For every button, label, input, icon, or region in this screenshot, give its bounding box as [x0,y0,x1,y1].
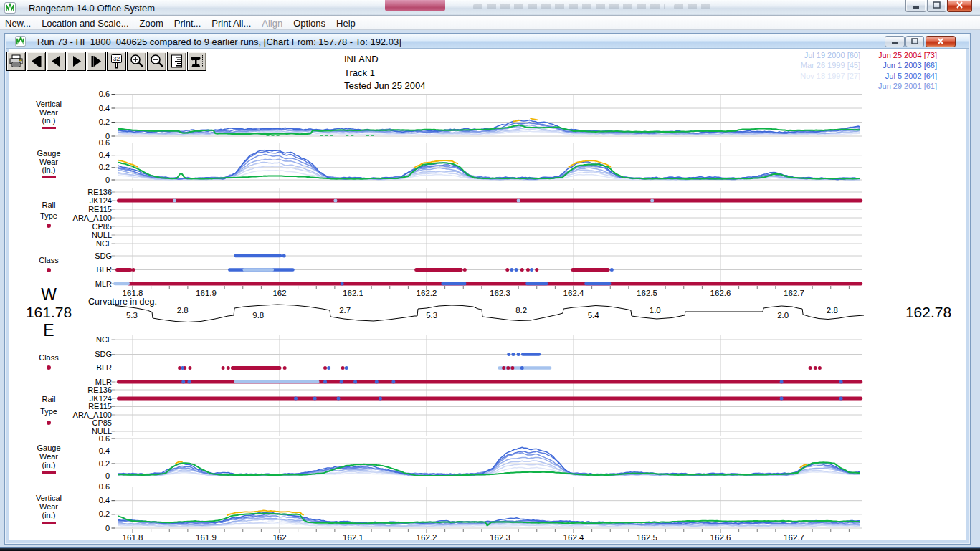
mark-lightblue-dot [517,199,520,203]
curvature-value: 1.0 [650,306,661,315]
curvature-axis-label: Curvature in deg. [88,297,157,307]
svg-text:162.1: 162.1 [343,289,363,297]
current-run-dash-marker [42,127,56,129]
end-milepost: 162.78 [893,304,964,321]
toolbar-jump-to-start-button[interactable] [27,52,46,71]
legend-recent-run-entry: Jul 5 2002 [64] [794,71,937,81]
mark-blue-dot [345,366,348,370]
mark-blue-dot [375,380,379,384]
east-rail-label: E [27,321,70,340]
svg-text:162: 162 [272,289,286,297]
svg-text:BLR: BLR [97,265,112,274]
header-location: INLAND [344,53,425,67]
mark-blue-dot [610,268,614,272]
toolbar-rail-profile-button[interactable] [187,52,206,71]
svg-text:162.7: 162.7 [784,289,804,297]
svg-text:162.6: 162.6 [710,533,731,542]
mark-blue-dot [181,380,185,384]
svg-text:162.4: 162.4 [563,289,584,297]
mark-blue-dot [313,397,317,401]
mark-blue-dot [294,397,298,401]
svg-text:0: 0 [105,524,110,532]
svg-text:0.4: 0.4 [99,496,110,504]
mark-crimson-dot [818,366,822,370]
legend-recent-run-entry: Jun 25 2004 [73] [794,50,937,60]
toolbar-jump-to-end-button[interactable] [87,52,106,71]
mark-crimson-dot [510,366,514,370]
legend-recent-run-entry: Jun 29 2001 [61] [794,81,937,91]
current-run-dash-marker [42,176,56,178]
mark-crimson-dot [502,366,505,370]
svg-text:161.8: 161.8 [123,533,143,542]
svg-text:162.6: 162.6 [710,289,731,297]
mark-blue-dot [839,380,843,384]
mark-blue-dot [517,353,520,356]
mark-blue-dot [379,397,382,401]
current-run-dot-marker [47,224,51,228]
toolbar-zoom-in-button[interactable] [127,52,146,71]
mark-blue-dot [353,380,357,384]
earlier-run-line [118,461,860,476]
category-block-w-class: SDGBLRMLR [95,251,862,288]
west-rail-label: W [27,285,70,305]
header-track: Track 1 [344,67,425,80]
toolbar-milepost-sign-button[interactable]: 32 [107,52,126,71]
svg-text:0: 0 [105,471,110,480]
toolbar-zoom-out-button[interactable] [147,52,166,71]
svg-text:SDG: SDG [95,350,112,358]
curvature-value: 2.8 [827,306,838,315]
legend-recent-run-entry: Jun 1 2003 [66] [794,60,937,70]
mark-blue-dot [323,380,327,384]
svg-text:162.1: 162.1 [343,533,363,542]
mark-lightblue-dot [173,199,176,203]
start-milepost: 161.78 [13,304,85,321]
svg-text:RE115: RE115 [88,402,112,411]
mark-crimson-dot [526,268,530,272]
svg-text:NULL: NULL [92,427,112,436]
svg-text:RE115: RE115 [88,205,112,214]
mark-blue-dot [515,268,518,272]
mark-lightblue-dot [333,199,337,203]
svg-text:RE136: RE136 [87,188,112,196]
svg-text:CP85: CP85 [92,418,112,427]
w-gauge-axis-label: GaugeWear(in.) [14,150,83,178]
toolbar-step-forward-button[interactable] [67,52,86,71]
svg-text:162.3: 162.3 [490,289,510,297]
current-run-dot-marker [47,268,51,272]
legend-recent-runs: Jun 25 2004 [73]Jun 1 2003 [66]Jul 5 200… [794,50,937,91]
svg-text:162.2: 162.2 [417,533,437,542]
toolbar-mileage-list-button[interactable] [167,52,186,71]
svg-text:CP85: CP85 [92,222,112,231]
current-run-dot-marker [47,365,51,370]
svg-text:NULL: NULL [92,231,112,239]
mark-crimson-dot [520,268,524,272]
mark-crimson-dot [188,366,191,370]
earlier-run-line [118,447,860,475]
svg-text:JK124: JK124 [90,394,112,403]
current-run-line [118,462,860,476]
svg-text:0: 0 [105,176,110,184]
mark-crimson-dot [535,268,538,272]
wear-chart-e-gauge: 00.20.40.6 [99,434,862,481]
mark-crimson-dot [506,366,510,370]
svg-text:162.5: 162.5 [637,533,657,542]
svg-text:162.4: 162.4 [563,533,584,542]
mark-blue-dot [511,353,515,356]
chart-header: INLAND Track 1 Tested Jun 25 2004 [344,53,425,93]
toolbar-print-button[interactable] [6,52,26,71]
svg-text:162.5: 162.5 [637,289,657,297]
curvature-value: 2.8 [177,306,189,315]
mark-crimson-dot [323,366,327,370]
mark-blue-dot [530,268,533,272]
desktop: {"window":{"title":"Rangecam 14.0 Office… [0,0,980,551]
curvature-value: 5.3 [426,311,437,320]
w-vertical-axis-label: VerticalWear(in.) [14,100,83,129]
mark-blue-dot [780,380,784,384]
mark-blue-dot [839,397,843,401]
mark-blue-dot [341,282,344,286]
svg-text:161.9: 161.9 [196,289,217,297]
toolbar-step-back-button[interactable] [47,52,66,71]
e-gauge-axis-label: GaugeWear(in.) [14,444,83,474]
svg-text:0.6: 0.6 [99,482,110,491]
svg-text:0.2: 0.2 [99,163,110,171]
